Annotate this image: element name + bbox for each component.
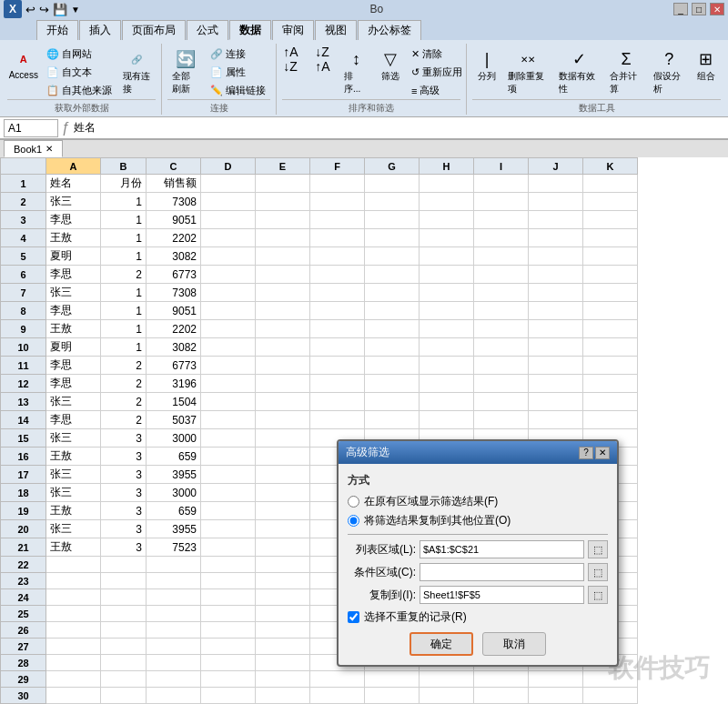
cell-6-B[interactable]: 2: [101, 266, 147, 284]
cell-22-B[interactable]: [101, 557, 147, 573]
tab-review[interactable]: 审阅: [272, 20, 314, 40]
cell-4-empty-6[interactable]: [529, 229, 583, 247]
cell-25-C[interactable]: [147, 606, 201, 622]
cell-24-empty-0[interactable]: [201, 589, 256, 606]
cell-1-empty-4[interactable]: [420, 175, 474, 193]
cell-5-empty-7[interactable]: [583, 247, 638, 266]
cell-19-B[interactable]: 3: [101, 502, 147, 520]
field-list-btn[interactable]: ⬚: [588, 540, 608, 558]
cell-6-empty-1[interactable]: [256, 266, 310, 284]
cell-4-A[interactable]: 王敖: [46, 229, 101, 247]
tab-data[interactable]: 数据: [229, 20, 271, 40]
sheet-tab-book1[interactable]: Book1 ✕: [4, 140, 63, 157]
cell-29-empty-6[interactable]: [529, 671, 583, 688]
row-header-26[interactable]: 26: [1, 622, 46, 639]
btn-filter[interactable]: ▽ 筛选: [375, 45, 405, 85]
cell-2-C[interactable]: 7308: [147, 193, 201, 211]
cell-9-C[interactable]: 2202: [147, 320, 201, 338]
cell-16-empty-0[interactable]: [201, 448, 256, 466]
cell-9-empty-0[interactable]: [201, 320, 256, 338]
cell-2-empty-4[interactable]: [420, 193, 474, 211]
btn-what-if[interactable]: ? 假设分析: [649, 45, 690, 98]
cell-10-empty-0[interactable]: [201, 338, 256, 357]
cell-28-B[interactable]: [101, 655, 147, 671]
cell-7-empty-7[interactable]: [583, 284, 638, 302]
cell-17-C[interactable]: 3955: [147, 466, 201, 484]
cell-23-A[interactable]: [46, 573, 101, 589]
cell-3-empty-1[interactable]: [256, 211, 310, 229]
cell-24-empty-1[interactable]: [256, 589, 310, 606]
cell-10-empty-3[interactable]: [365, 338, 420, 357]
col-header-f[interactable]: F: [310, 158, 365, 175]
cell-3-empty-6[interactable]: [529, 211, 583, 229]
btn-data-valid[interactable]: ✓ 数据有效性: [554, 45, 603, 98]
cell-16-C[interactable]: 659: [147, 448, 201, 466]
cell-5-empty-4[interactable]: [420, 247, 474, 266]
cell-8-empty-6[interactable]: [529, 302, 583, 320]
qa-undo[interactable]: ↩: [25, 3, 35, 16]
cell-25-empty-1[interactable]: [256, 606, 310, 622]
cell-27-B[interactable]: [101, 639, 147, 655]
btn-text[interactable]: 📄自文本: [42, 64, 116, 81]
cell-5-empty-0[interactable]: [201, 247, 256, 266]
cell-2-empty-6[interactable]: [529, 193, 583, 211]
dialog-close-btn[interactable]: ✕: [595, 447, 610, 459]
cell-13-empty-4[interactable]: [420, 393, 474, 411]
btn-advanced[interactable]: ≡高级: [407, 82, 467, 99]
cell-17-B[interactable]: 3: [101, 466, 147, 484]
row-header-27[interactable]: 27: [1, 639, 46, 655]
row-header-6[interactable]: 6: [1, 266, 46, 284]
cell-11-A[interactable]: 李思: [46, 357, 101, 375]
cell-10-empty-2[interactable]: [310, 338, 365, 357]
cell-5-empty-5[interactable]: [474, 247, 529, 266]
btn-edit-links[interactable]: ✏️编辑链接: [206, 82, 270, 99]
row-header-29[interactable]: 29: [1, 671, 46, 688]
cell-10-empty-1[interactable]: [256, 338, 310, 357]
cell-27-A[interactable]: [46, 639, 101, 655]
cell-9-empty-6[interactable]: [529, 320, 583, 338]
cell-6-empty-4[interactable]: [420, 266, 474, 284]
cell-2-A[interactable]: 张三: [46, 193, 101, 211]
cell-2-empty-3[interactable]: [365, 193, 420, 211]
cell-22-C[interactable]: [147, 557, 201, 573]
cell-14-A[interactable]: 李思: [46, 411, 101, 429]
cell-15-empty-0[interactable]: [201, 429, 256, 448]
cell-2-empty-1[interactable]: [256, 193, 310, 211]
cell-29-B[interactable]: [101, 671, 147, 688]
cell-9-empty-1[interactable]: [256, 320, 310, 338]
cell-10-A[interactable]: 夏明: [46, 338, 101, 357]
row-header-7[interactable]: 7: [1, 284, 46, 302]
btn-sort-za[interactable]: ↓Z↑A: [308, 45, 338, 73]
cell-11-empty-6[interactable]: [529, 357, 583, 375]
cell-2-empty-2[interactable]: [310, 193, 365, 211]
row-header-2[interactable]: 2: [1, 193, 46, 211]
cell-7-empty-2[interactable]: [310, 284, 365, 302]
cell-30-empty-0[interactable]: [201, 688, 256, 704]
row-header-4[interactable]: 4: [1, 229, 46, 247]
cell-9-empty-7[interactable]: [583, 320, 638, 338]
title-close[interactable]: ✕: [710, 3, 724, 15]
cell-3-A[interactable]: 李思: [46, 211, 101, 229]
radio-in-place[interactable]: [348, 496, 359, 508]
cell-7-B[interactable]: 1: [101, 284, 147, 302]
cell-11-empty-1[interactable]: [256, 357, 310, 375]
cell-5-empty-6[interactable]: [529, 247, 583, 266]
cell-29-empty-1[interactable]: [256, 671, 310, 688]
formula-input[interactable]: [74, 119, 724, 137]
cell-1-empty-3[interactable]: [365, 175, 420, 193]
cell-27-C[interactable]: [147, 639, 201, 655]
cell-8-C[interactable]: 9051: [147, 302, 201, 320]
cell-26-C[interactable]: [147, 622, 201, 639]
cell-5-empty-2[interactable]: [310, 247, 365, 266]
cell-5-B[interactable]: 1: [101, 247, 147, 266]
cell-9-B[interactable]: 1: [101, 320, 147, 338]
cell-15-B[interactable]: 3: [101, 429, 147, 448]
cell-30-empty-7[interactable]: [583, 688, 638, 704]
cell-5-A[interactable]: 夏明: [46, 247, 101, 266]
cell-11-empty-0[interactable]: [201, 357, 256, 375]
cell-14-empty-7[interactable]: [583, 411, 638, 429]
cell-7-A[interactable]: 张三: [46, 284, 101, 302]
cell-8-A[interactable]: 李思: [46, 302, 101, 320]
cell-5-empty-1[interactable]: [256, 247, 310, 266]
row-header-3[interactable]: 3: [1, 211, 46, 229]
